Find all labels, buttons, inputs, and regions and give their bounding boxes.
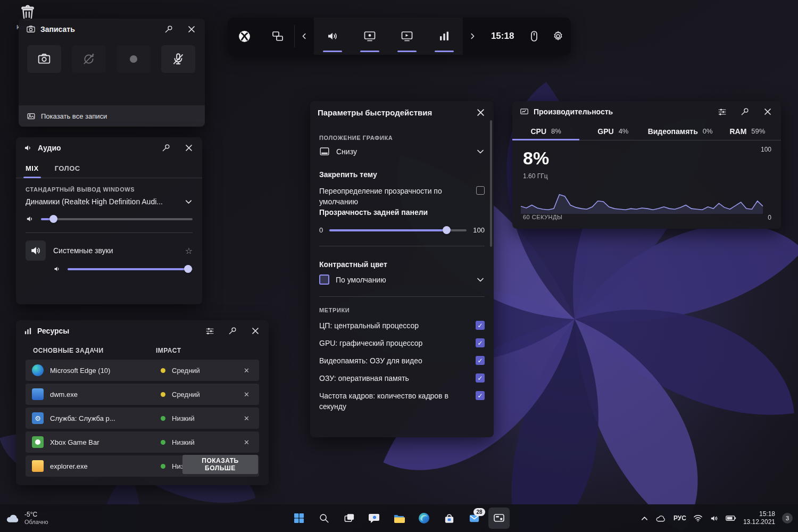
chat-button[interactable] xyxy=(363,508,385,529)
weather-widget[interactable]: -5°C Облачно xyxy=(5,511,48,526)
end-task-button[interactable]: ✕ xyxy=(240,414,253,423)
scroll-left-button[interactable] xyxy=(295,18,314,55)
metric-checkbox[interactable] xyxy=(476,338,485,347)
metric-checkbox[interactable] xyxy=(476,356,485,365)
contrast-color-dropdown[interactable]: По умолчанию xyxy=(319,275,485,285)
search-icon xyxy=(318,512,330,524)
mail-button[interactable]: 28 xyxy=(463,508,485,529)
end-task-button[interactable]: ✕ xyxy=(240,438,253,447)
pointer-mode-button[interactable] xyxy=(523,18,545,55)
impact-label: Средний xyxy=(172,367,218,375)
scrollbar[interactable] xyxy=(490,120,492,247)
process-name: explorer.exe xyxy=(50,462,154,470)
transparency-override-checkbox[interactable] xyxy=(476,186,485,195)
tab-ram[interactable]: RAM 59% xyxy=(714,122,781,140)
xbox-button[interactable] xyxy=(228,18,261,55)
graph-position-dropdown[interactable]: Снизу xyxy=(319,147,485,156)
tab-gpu[interactable]: GPU 4% xyxy=(579,122,646,140)
filter-button[interactable] xyxy=(204,325,215,337)
volume-button[interactable] xyxy=(710,514,719,523)
record-last-button[interactable] xyxy=(72,45,106,73)
pin-button[interactable] xyxy=(227,325,238,337)
slider-thumb[interactable] xyxy=(49,215,57,223)
update-count-badge: 28 xyxy=(473,508,485,516)
file-explorer-button[interactable] xyxy=(388,508,410,529)
process-name: Служба: Служба р... xyxy=(50,414,154,422)
tray-overflow-button[interactable] xyxy=(641,516,648,521)
broadcast-monitor-icon xyxy=(401,30,413,43)
slider-thumb[interactable] xyxy=(443,226,451,234)
filter-button[interactable] xyxy=(716,106,728,118)
contrast-color-value: По умолчанию xyxy=(336,276,386,284)
divider xyxy=(26,232,193,233)
axis-x-label: 60 СЕКУНДЫ xyxy=(523,214,562,220)
store-button[interactable] xyxy=(438,508,460,529)
search-button[interactable] xyxy=(313,508,335,529)
close-button[interactable] xyxy=(183,142,195,154)
close-button[interactable] xyxy=(475,106,486,118)
game-bar-taskbar-button[interactable] xyxy=(488,508,510,529)
task-view-button[interactable] xyxy=(338,508,360,529)
clock[interactable]: 15:18 13.12.2021 xyxy=(743,510,775,526)
edge-button[interactable] xyxy=(413,508,435,529)
network-button[interactable] xyxy=(693,514,703,522)
slider-max-label: 100 xyxy=(473,226,485,234)
metric-checkbox[interactable] xyxy=(476,321,485,330)
start-button[interactable] xyxy=(288,508,310,529)
metric-row: Частота кадров: количество кадров в секу… xyxy=(319,390,485,412)
capture-widget-button[interactable] xyxy=(351,18,388,55)
tab-vram[interactable]: Видеопамять 0% xyxy=(647,122,714,140)
close-button[interactable] xyxy=(762,106,774,118)
close-icon xyxy=(252,327,259,335)
audio-widget-button[interactable] xyxy=(314,18,351,55)
tab-voice[interactable]: ГОЛОС xyxy=(55,159,80,178)
language-switcher[interactable]: РУС xyxy=(674,514,686,522)
widgets-menu-button[interactable] xyxy=(261,18,294,55)
scroll-right-button[interactable] xyxy=(463,18,482,55)
pin-button[interactable] xyxy=(160,142,172,154)
screenshot-button[interactable] xyxy=(27,45,61,73)
show-more-button[interactable]: ПОКАЗАТЬ БОЛЬШЕ xyxy=(182,455,258,474)
clock-time: 15:18 xyxy=(743,510,775,518)
metric-row: Видеопамять: ОЗУ для видео xyxy=(319,355,485,366)
battery-button[interactable] xyxy=(726,515,736,521)
speaker-icon xyxy=(710,514,719,523)
pin-button[interactable] xyxy=(163,23,174,35)
column-impact: IMPACT xyxy=(156,347,181,354)
onedrive-button[interactable] xyxy=(655,514,667,522)
metric-checkbox[interactable] xyxy=(476,391,485,400)
performance-panel-title: Производительность xyxy=(534,107,613,116)
show-all-captures[interactable]: Показать все записи xyxy=(19,105,205,127)
notification-count-badge[interactable]: 3 xyxy=(782,513,793,523)
dock-bottom-icon xyxy=(319,147,330,156)
table-row: Microsoft Edge (10) Средний ✕ xyxy=(26,360,259,381)
output-device-dropdown[interactable]: Динамики (Realtek High Definition Audi..… xyxy=(26,197,193,206)
metric-checkbox[interactable] xyxy=(476,373,485,383)
speaker-icon xyxy=(26,214,35,223)
tab-cpu[interactable]: CPU 8% xyxy=(512,122,579,140)
impact-dot xyxy=(161,440,165,445)
tab-mix[interactable]: MIX xyxy=(26,159,39,178)
close-button[interactable] xyxy=(250,325,261,337)
mic-muted-icon xyxy=(171,52,185,66)
pin-button[interactable] xyxy=(739,106,751,118)
broadcast-widget-button[interactable] xyxy=(388,18,426,55)
slider-thumb[interactable] xyxy=(184,265,192,273)
device-volume-slider[interactable] xyxy=(41,215,193,223)
close-button[interactable] xyxy=(186,23,197,35)
settings-button[interactable] xyxy=(545,18,571,55)
process-name: Microsoft Edge (10) xyxy=(50,367,154,375)
output-device-value: Динамики (Realtek High Definition Audi..… xyxy=(26,197,163,206)
microphone-toggle-button[interactable] xyxy=(161,45,195,73)
favorite-star-icon[interactable]: ☆ xyxy=(185,246,193,256)
performance-widget-button[interactable] xyxy=(426,18,463,55)
audio-panel-title: Аудио xyxy=(38,144,61,152)
transparency-slider[interactable] xyxy=(329,227,467,234)
start-recording-button[interactable] xyxy=(117,45,151,73)
bar-chart-icon xyxy=(23,327,32,336)
system-volume-slider[interactable] xyxy=(68,265,193,273)
end-task-button[interactable]: ✕ xyxy=(240,366,253,375)
system-sounds-icon xyxy=(26,240,46,261)
end-task-button[interactable]: ✕ xyxy=(240,390,253,399)
chevron-up-icon xyxy=(641,516,648,521)
